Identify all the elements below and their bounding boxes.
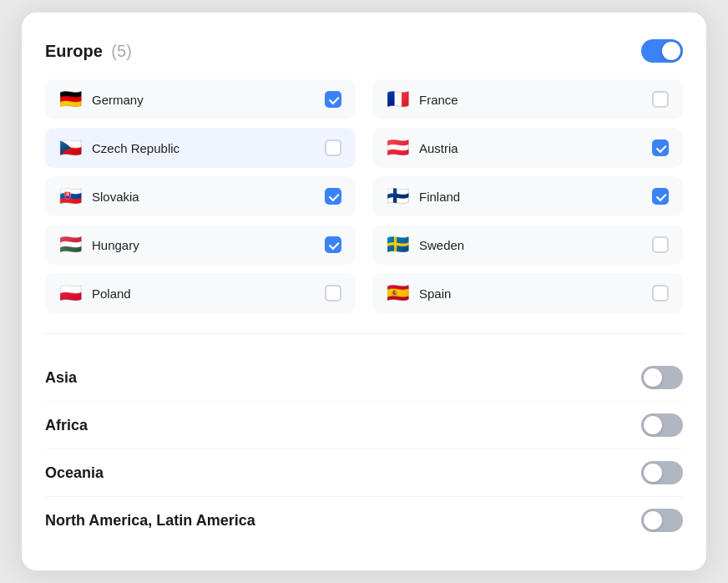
country-item-austria[interactable]: 🇦🇹 Austria [372,128,683,168]
country-item-czech-republic[interactable]: 🇨🇿 Czech Republic [45,128,356,168]
checkbox-hungary[interactable] [325,236,341,253]
region-name-asia: Asia [45,369,77,387]
country-name-hungary: Hungary [92,238,139,252]
section-divider [45,333,683,334]
region-row-north-america: North America, Latin America [45,497,683,544]
europe-section-header: Europe (5) [45,39,683,63]
africa-toggle[interactable] [641,413,683,437]
country-item-hungary[interactable]: 🇭🇺 Hungary [45,225,356,265]
country-item-sweden[interactable]: 🇸🇪 Sweden [372,225,683,265]
country-item-france[interactable]: 🇫🇷 France [372,79,683,119]
country-name-sweden: Sweden [419,238,464,252]
country-name-spain: Spain [419,286,451,301]
europe-count: (5) [111,42,131,60]
country-name-slovakia: Slovakia [92,190,139,204]
flag-poland: 🇵🇱 [59,284,82,302]
regions-list: Asia Africa Oceania Nor [45,354,683,544]
checkbox-finland[interactable] [652,188,669,205]
flag-austria: 🇦🇹 [387,139,409,157]
flag-spain: 🇪🇸 [387,284,409,302]
flag-germany: 🇩🇪 [59,90,82,109]
oceania-toggle[interactable] [641,461,683,484]
region-name-oceania: Oceania [45,464,104,482]
region-row-asia: Asia [45,354,683,402]
country-name-france: France [419,93,458,107]
region-row-oceania: Oceania [45,449,683,497]
flag-slovakia: 🇸🇰 [59,187,82,205]
checkbox-sweden[interactable] [652,236,669,253]
asia-toggle[interactable] [641,366,683,389]
checkbox-france[interactable] [652,91,669,108]
europe-country-grid: 🇩🇪 Germany 🇫🇷 France 🇨🇿 Czech Republic 🇦… [45,79,683,313]
country-name-austria: Austria [419,141,458,155]
europe-toggle[interactable] [641,39,683,63]
europe-title: Europe [45,42,103,60]
europe-title-group: Europe (5) [45,42,132,61]
country-item-germany[interactable]: 🇩🇪 Germany [45,79,356,119]
checkbox-slovakia[interactable] [325,188,341,205]
country-name-finland: Finland [419,190,460,204]
main-card: Europe (5) 🇩🇪 Germany 🇫🇷 France [22,13,706,570]
country-name-czech-republic: Czech Republic [92,141,179,155]
region-row-africa: Africa [45,402,683,449]
checkbox-germany[interactable] [325,91,341,108]
checkbox-czech-republic[interactable] [325,139,341,156]
flag-hungary: 🇭🇺 [59,236,82,254]
country-item-slovakia[interactable]: 🇸🇰 Slovakia [45,176,356,216]
country-item-finland[interactable]: 🇫🇮 Finland [372,176,683,216]
north-america-toggle[interactable] [641,509,683,532]
checkbox-spain[interactable] [652,285,669,302]
country-item-spain[interactable]: 🇪🇸 Spain [372,273,683,313]
flag-sweden: 🇸🇪 [387,236,409,254]
flag-czech-republic: 🇨🇿 [59,139,82,157]
checkbox-poland[interactable] [325,285,341,302]
country-name-germany: Germany [92,93,144,107]
country-name-poland: Poland [92,286,131,301]
region-name-africa: Africa [45,417,88,434]
flag-france: 🇫🇷 [387,90,409,109]
checkbox-austria[interactable] [652,139,669,156]
country-item-poland[interactable]: 🇵🇱 Poland [45,273,356,313]
region-name-north-america: North America, Latin America [45,512,255,530]
flag-finland: 🇫🇮 [387,187,409,205]
